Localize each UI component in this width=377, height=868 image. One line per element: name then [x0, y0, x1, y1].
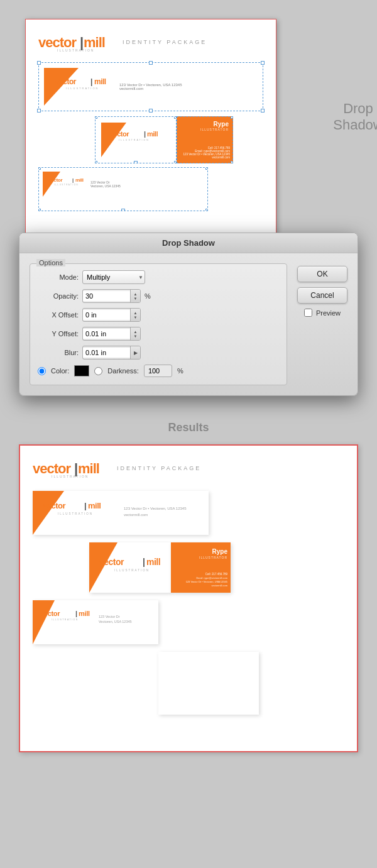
handle-tr3 — [231, 116, 233, 119]
svg-text:ILLUSTRATION: ILLUSTRATION — [58, 512, 93, 515]
mode-select-wrapper[interactable]: Multiply Normal Screen Overlay ▼ — [82, 270, 145, 284]
handle-tr — [261, 61, 265, 65]
svg-text:mill: mill — [94, 77, 106, 86]
svg-text:ILLUSTRATION: ILLUSTRATION — [52, 475, 89, 478]
blur-label: Blur: — [38, 349, 79, 356]
y-offset-row: Y Offset: ▲ ▼ — [38, 327, 279, 341]
dialog-title-bar: Drop Shadow — [19, 233, 358, 253]
r-card2-svg: vector | mill ILLUSTRATION — [89, 542, 171, 593]
rype-role: ILLUSTRATOR — [200, 128, 229, 131]
card-2-left: vector | mill ILLUSTRATION — [95, 116, 177, 163]
card-3-address: 123 Vector Dr Vectoren, USA 12345 — [90, 180, 121, 188]
handle-bl4 — [38, 209, 41, 211]
r-card-3: Rype ILLUSTRATOR Cell: 217.456.789 Email… — [171, 542, 231, 593]
x-offset-row: X Offset: ▲ ▼ — [38, 308, 279, 322]
color-radio[interactable] — [38, 367, 46, 375]
darkness-radio[interactable] — [94, 367, 102, 375]
handle-tr4 — [205, 167, 208, 170]
card-pair: vector | mill ILLUSTRATION Rype ILLUSTRA… — [95, 116, 263, 163]
svg-text:mill: mill — [146, 557, 160, 567]
svg-text:vector: vector — [99, 557, 124, 567]
x-offset-stepper[interactable]: ▲ ▼ — [82, 308, 141, 322]
logo-large: vector | mill ILLUSTRATION — [38, 32, 114, 52]
svg-text:vector: vector — [43, 501, 65, 510]
r-card-pair: vector | mill ILLUSTRATION Rype ILLUSTRA… — [89, 542, 344, 593]
opacity-input[interactable] — [83, 291, 130, 301]
opacity-unit: % — [145, 292, 151, 300]
opacity-stepper-btn[interactable]: ▲ ▼ — [130, 289, 140, 303]
y-offset-stepper-btn[interactable]: ▲ ▼ — [130, 327, 140, 341]
r-logo-svg: vector | mill ILLUSTRATION — [33, 458, 108, 478]
dialog-buttons: OK Cancel Preview — [297, 263, 347, 385]
preview-checkbox[interactable] — [304, 309, 312, 317]
handle-bc — [149, 109, 153, 113]
svg-text:vector: vector — [55, 77, 77, 86]
svg-text:Cell: 217.456.789: Cell: 217.456.789 — [205, 573, 228, 576]
svg-text:Vectoren, USA 12345: Vectoren, USA 12345 — [99, 620, 132, 624]
canvas-header: vector | mill ILLUSTRATION IDENTITY PACK… — [38, 32, 263, 52]
color-swatch[interactable] — [74, 365, 89, 376]
y-offset-input[interactable] — [83, 329, 130, 339]
card-3-content: vector | mill ILLUSTRATION 123 Vector Dr… — [43, 172, 204, 197]
svg-text:vectormill.com: vectormill.com — [211, 584, 227, 587]
x-up: ▲ — [134, 311, 138, 315]
x-offset-stepper-btn[interactable]: ▲ ▼ — [130, 308, 140, 322]
drop-shadow-sidebar-label: Drop Shadow — [333, 101, 377, 134]
svg-text:ILLUSTRATION: ILLUSTRATION — [114, 569, 150, 572]
ok-button[interactable]: OK — [297, 266, 347, 282]
card-3-svg: vector | mill ILLUSTRATION — [43, 172, 87, 197]
r-card3-svg: Rype ILLUSTRATOR Cell: 217.456.789 Email… — [171, 542, 231, 593]
r-card-4: vector | mill ILLUSTRATION 123 Vector Dr… — [33, 600, 158, 644]
r-card-2: vector | mill ILLUSTRATION — [89, 542, 171, 593]
blur-input[interactable] — [83, 348, 130, 358]
handle-tl — [37, 61, 41, 65]
rype-web: vectormill.com — [183, 156, 230, 159]
svg-text:mill: mill — [75, 177, 84, 183]
results-section: Results vector | mill ILLUSTRATION IDENT… — [0, 421, 377, 771]
results-title: Results — [19, 421, 358, 434]
svg-text:ILLUSTRATION: ILLUSTRATION — [66, 87, 99, 90]
blur-input-group[interactable]: ▶ — [82, 346, 141, 360]
svg-text:123 Vector Dr: 123 Vector Dr — [99, 615, 120, 618]
card-1: vector | mill ILLUSTRATION 123 Vector Dr… — [38, 62, 263, 111]
svg-text:vector: vector — [110, 130, 129, 138]
r-card1-svg: vector | mill ILLUSTRATION 123 Vector Dr… — [33, 491, 209, 535]
preview-label: Preview — [316, 309, 341, 317]
svg-text:vectormill.com: vectormill.com — [124, 513, 148, 517]
mode-select[interactable]: Multiply Normal Screen Overlay — [82, 270, 145, 284]
x-offset-input[interactable] — [83, 310, 130, 320]
svg-text:|: | — [72, 177, 74, 183]
options-group: Options Mode: Multiply Normal Screen Ove… — [30, 263, 287, 385]
opacity-up-arrow: ▲ — [134, 292, 138, 296]
y-offset-label: Y Offset: — [38, 330, 79, 338]
card-3-logo: vector | mill ILLUSTRATION — [43, 172, 87, 197]
darkness-unit: % — [177, 367, 183, 375]
opacity-row: Opacity: ▲ ▼ % — [38, 289, 279, 303]
darkness-input[interactable] — [144, 365, 172, 377]
svg-text:mill: mill — [88, 501, 101, 510]
results-header: vector | mill ILLUSTRATION IDENTITY PACK… — [33, 458, 344, 478]
opacity-stepper[interactable]: ▲ ▼ — [82, 289, 141, 303]
svg-text:|: | — [90, 77, 92, 86]
results-canvas: vector | mill ILLUSTRATION IDENTITY PACK… — [19, 444, 358, 752]
blur-arrow-btn[interactable]: ▶ — [130, 346, 140, 360]
card-1-logo-svg: vector | mill ILLUSTRATION — [44, 68, 113, 106]
opacity-label: Opacity: — [38, 292, 79, 300]
cancel-button[interactable]: Cancel — [297, 287, 347, 304]
rype-name: Rype — [200, 121, 229, 128]
card-3-wrapper: vector | mill ILLUSTRATION 123 Vector Dr… — [38, 167, 263, 211]
y-offset-stepper[interactable]: ▲ ▼ — [82, 327, 141, 341]
identity-label: IDENTITY PACKAGE — [123, 39, 207, 45]
svg-text:ILLUSTRATION: ILLUSTRATION — [52, 618, 79, 621]
svg-text:123 Vector Dr • Vectoren, USA : 123 Vector Dr • Vectoren, USA 12345 — [124, 507, 187, 510]
top-canvas: vector | mill ILLUSTRATION IDENTITY PACK… — [25, 19, 276, 251]
drop-shadow-dialog[interactable]: Drop Shadow Options Mode: Multiply Norma… — [19, 233, 358, 396]
options-legend: Options — [36, 259, 65, 266]
card-1-logo-area: vector | mill ILLUSTRATION — [44, 68, 113, 106]
handle-bc4 — [121, 209, 125, 211]
svg-text:Email: rype@vectormill.com: Email: rype@vectormill.com — [196, 576, 227, 580]
rype-contact: Cell: 217.456.789 Email: rype@vectormill… — [183, 146, 230, 159]
handle-bc2 — [134, 161, 138, 163]
r-identity-label: IDENTITY PACKAGE — [117, 465, 201, 471]
dialog-title: Drop Shadow — [162, 238, 215, 248]
